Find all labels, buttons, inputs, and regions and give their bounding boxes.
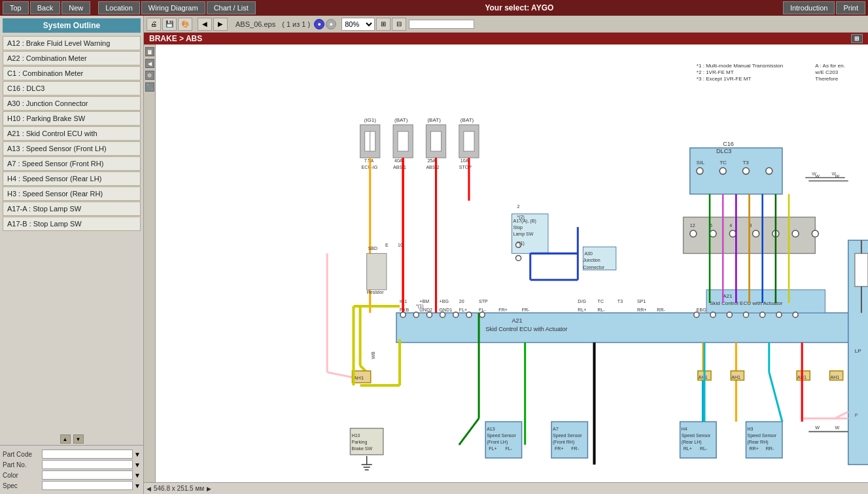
breadcrumb: BRAKE > ABS ⊞: [144, 33, 868, 44]
strip-icon-2[interactable]: ◀: [145, 59, 154, 68]
sidebar-item-7[interactable]: A13 : Speed Sensor (Front LH): [3, 141, 141, 156]
sidebar-item-12[interactable]: A17-B : Stop Lamp SW: [3, 217, 141, 231]
introduction-button[interactable]: Introduction: [783, 1, 835, 14]
svg-rect-22: [430, 132, 441, 151]
location-button[interactable]: Location: [98, 1, 140, 14]
color-label: Color: [3, 472, 42, 479]
forward-nav-icon[interactable]: ▶: [213, 18, 228, 31]
svg-text:10: 10: [398, 243, 403, 247]
nav-circle-blue[interactable]: ●: [314, 19, 324, 29]
scroll-up-arrow[interactable]: ▲: [60, 434, 71, 444]
svg-point-200: [479, 312, 485, 317]
zoom-select[interactable]: 50%60%70% 80%90%100% 120%150%200%: [341, 18, 375, 31]
svg-text:FR+: FR+: [498, 308, 508, 312]
svg-text:A13: A13: [487, 427, 495, 431]
sidebar-item-11[interactable]: A17-A : Stop Lamp SW: [3, 202, 141, 216]
sidebar-item-4[interactable]: A30 : Junction Connector: [3, 96, 141, 111]
scroll-down-arrow[interactable]: ▼: [73, 434, 84, 444]
sidebar: System Outline A12 : Brake Fluid Level W…: [0, 16, 144, 494]
svg-text:FL+: FL+: [489, 446, 496, 451]
svg-text:A7: A7: [553, 427, 559, 431]
nav-circle-gray[interactable]: ●: [326, 19, 336, 29]
scroll-left-arrow[interactable]: ◀: [147, 485, 151, 492]
svg-text:FR-: FR-: [571, 446, 579, 451]
scroll-right-arrow[interactable]: ▶: [207, 485, 211, 492]
sidebar-item-6[interactable]: A21 : Skid Control ECU with: [3, 126, 141, 141]
sidebar-item-8[interactable]: A7 : Speed Sensor (Front RH): [3, 156, 141, 171]
new-button[interactable]: New: [61, 1, 90, 14]
print-button[interactable]: Print: [836, 1, 865, 14]
svg-point-39: [720, 168, 726, 174]
svg-text:*1 : Multi-mode Manual Transmi: *1 : Multi-mode Manual Transmission: [697, 63, 783, 69]
svg-text:12: 12: [690, 223, 695, 228]
color-icon[interactable]: 🎨: [178, 18, 192, 31]
part-no-arrow[interactable]: ▼: [134, 461, 141, 468]
svg-text:A17(A), (B): A17(A), (B): [513, 219, 536, 224]
sidebar-item-9[interactable]: H4 : Speed Sensor (Rear LH): [3, 171, 141, 186]
strip-icon-3[interactable]: ⚙: [145, 71, 154, 80]
svg-text:Speed Sensor: Speed Sensor: [747, 433, 776, 438]
sidebar-item-3[interactable]: C16 : DLC3: [3, 81, 141, 96]
top-button[interactable]: Top: [3, 1, 29, 14]
strip-icon-1[interactable]: 📋: [145, 47, 154, 56]
color-arrow[interactable]: ▼: [134, 472, 141, 479]
sidebar-item-5[interactable]: H10 : Parking Brake SW: [3, 111, 141, 126]
diagram-dimensions: 546.8 x 251.5 мм: [154, 485, 204, 492]
svg-point-194: [400, 312, 406, 317]
svg-text:T3: T3: [742, 160, 749, 166]
sidebar-bottom: Part Code ▼ Part No. ▼ Color ▼ Spec ▼: [0, 445, 143, 494]
fit-page-icon[interactable]: ⊟: [392, 18, 406, 31]
sidebar-item-2[interactable]: C1 : Combination Meter: [3, 66, 141, 80]
svg-text:*3 : Except 1VR-FE MT: *3 : Except 1VR-FE MT: [697, 76, 752, 82]
part-code-value[interactable]: [42, 450, 133, 459]
sidebar-item-0[interactable]: A12 : Brake Fluid Level Warning: [3, 36, 141, 50]
main-layout: System Outline A12 : Brake Fluid Level W…: [0, 16, 868, 494]
sidebar-item-10[interactable]: H3 : Speed Sensor (Rear RH): [3, 186, 141, 201]
svg-text:7.5A: 7.5A: [364, 158, 374, 163]
bottom-bar: ◀ 546.8 x 251.5 мм ▶: [144, 482, 868, 494]
diagram-area[interactable]: *1 : Multi-mode Manual Transmission *2 :…: [156, 44, 868, 482]
svg-text:PKB: PKB: [400, 308, 409, 312]
svg-text:(BAT): (BAT): [427, 117, 441, 123]
sidebar-header: System Outline: [3, 18, 141, 33]
svg-text:(Rear RH): (Rear RH): [747, 440, 768, 445]
svg-text:Brake SW: Brake SW: [351, 446, 372, 451]
svg-text:RR-: RR-: [766, 446, 774, 451]
wiring-diagram-button[interactable]: Wiring Diagram: [141, 1, 205, 14]
spec-value[interactable]: [42, 481, 133, 490]
strip-icon-4[interactable]: 📎: [145, 82, 154, 92]
svg-text:A : As for en.: A : As for en.: [815, 63, 845, 69]
svg-text:H4: H4: [682, 427, 687, 431]
fit-width-icon[interactable]: ⊞: [376, 18, 391, 31]
svg-text:FR+: FR+: [555, 446, 564, 451]
svg-text:Speed Sensor: Speed Sensor: [553, 433, 582, 438]
svg-point-198: [453, 312, 459, 317]
breadcrumb-settings-icon[interactable]: ⊞: [851, 34, 863, 43]
svg-text:FR-: FR-: [522, 308, 530, 312]
svg-text:2: 2: [517, 204, 520, 209]
svg-text:(Front RH): (Front RH): [553, 440, 574, 445]
svg-text:P: P: [855, 413, 858, 417]
sidebar-item-1[interactable]: A22 : Combination Meter: [3, 51, 141, 65]
svg-point-178: [792, 230, 799, 237]
svg-text:Skid Control ECU with Actuator: Skid Control ECU with Actuator: [710, 300, 783, 306]
back-button[interactable]: Back: [30, 1, 60, 14]
svg-text:ABS 1: ABS 1: [393, 165, 406, 169]
spec-arrow[interactable]: ▼: [134, 482, 141, 489]
back-nav-icon[interactable]: ◀: [198, 18, 212, 31]
svg-text:H10: H10: [351, 433, 360, 438]
svg-text:FL+: FL+: [459, 308, 467, 312]
chart-list-button[interactable]: Chart / List: [207, 1, 256, 14]
print-icon[interactable]: 🖨: [147, 18, 161, 31]
svg-text:TC: TC: [720, 160, 727, 166]
save-icon[interactable]: 💾: [162, 18, 177, 31]
wiring-diagram-svg: *1 : Multi-mode Manual Transmission *2 :…: [156, 44, 868, 482]
sidebar-scroll[interactable]: A12 : Brake Fluid Level Warning A22 : Co…: [0, 35, 143, 433]
svg-text:Skid Control ECU with Actuator: Skid Control ECU with Actuator: [485, 326, 567, 332]
part-code-arrow[interactable]: ▼: [134, 451, 141, 458]
svg-point-40: [742, 168, 749, 174]
svg-text:Speed Sensor: Speed Sensor: [487, 433, 516, 438]
part-no-value[interactable]: [42, 460, 133, 469]
svg-text:Speed Sensor: Speed Sensor: [682, 433, 711, 438]
color-value[interactable]: [42, 470, 133, 480]
